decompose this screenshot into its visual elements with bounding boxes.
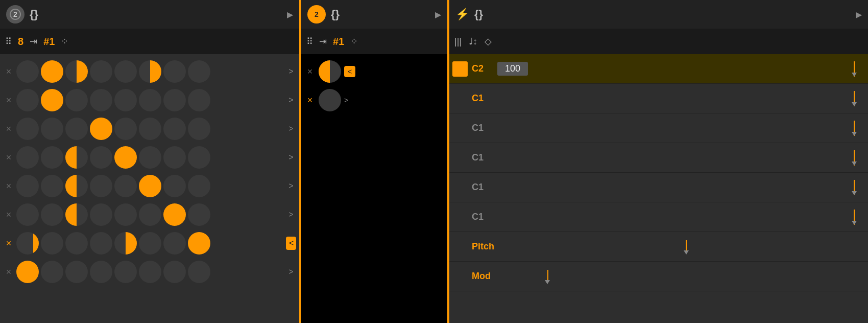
- left-dot-5-2[interactable]: [65, 203, 88, 226]
- left-dot-3-5[interactable]: [139, 146, 161, 169]
- left-row-arrow-6[interactable]: <: [286, 237, 296, 250]
- left-dot-1-7[interactable]: [188, 89, 210, 111]
- left-dot-5-1[interactable]: [41, 203, 63, 226]
- left-dot-0-6[interactable]: [163, 60, 186, 83]
- left-dot-7-0[interactable]: [16, 261, 39, 283]
- left-dot-1-2[interactable]: [65, 89, 88, 111]
- left-arrow-icon[interactable]: ⇥: [30, 36, 37, 47]
- left-row-arrow-1[interactable]: >: [286, 96, 296, 105]
- left-dot-0-5[interactable]: [139, 60, 161, 83]
- left-hash[interactable]: #1: [43, 36, 55, 48]
- right-diamond-icon[interactable]: ◇: [485, 36, 492, 47]
- right-bars-icon[interactable]: |||: [454, 36, 462, 47]
- left-dot-4-5[interactable]: [139, 175, 161, 197]
- left-row-x-5[interactable]: ×: [3, 210, 14, 220]
- left-dot-2-7[interactable]: [188, 118, 210, 140]
- left-dot-1-5[interactable]: [139, 89, 161, 111]
- left-dot-3-3[interactable]: [90, 146, 112, 169]
- right-slider-4[interactable]: [502, 180, 860, 195]
- left-dot-2-6[interactable]: [163, 118, 186, 140]
- left-row-arrow-2[interactable]: >: [286, 124, 296, 133]
- left-dot-2-1[interactable]: [41, 118, 63, 140]
- left-row-x-7[interactable]: ×: [3, 267, 14, 278]
- left-dot-2-4[interactable]: [114, 118, 137, 140]
- left-dot-3-1[interactable]: [41, 146, 63, 169]
- mid-row-x-1[interactable]: ×: [304, 95, 316, 106]
- right-slider-2[interactable]: [502, 121, 860, 136]
- right-value-0[interactable]: 100: [497, 62, 528, 76]
- left-dot-2-2[interactable]: [65, 118, 88, 140]
- left-row-arrow-7[interactable]: >: [286, 267, 296, 276]
- left-count[interactable]: 8: [18, 36, 23, 48]
- left-dot-1-6[interactable]: [163, 89, 186, 111]
- mid-row-x-0[interactable]: ×: [304, 66, 316, 77]
- left-dot-7-7[interactable]: [188, 261, 210, 283]
- left-dot-5-6[interactable]: [163, 203, 186, 226]
- left-dot-2-5[interactable]: [139, 118, 161, 140]
- left-row-x-1[interactable]: ×: [3, 95, 14, 106]
- mid-dot-1[interactable]: [319, 89, 341, 111]
- mid-braces[interactable]: {}: [331, 8, 340, 21]
- right-slider-1[interactable]: [502, 91, 860, 106]
- right-slider-5[interactable]: [502, 210, 860, 225]
- left-dot-3-2[interactable]: [65, 146, 88, 169]
- right-slider-6[interactable]: [513, 239, 860, 255]
- left-dot-4-6[interactable]: [163, 175, 186, 197]
- left-dot-0-0[interactable]: [16, 60, 39, 83]
- left-dots-icon[interactable]: ⁘: [61, 36, 68, 47]
- left-dot-3-7[interactable]: [188, 146, 210, 169]
- left-dot-6-6[interactable]: [163, 232, 186, 255]
- right-slider-3[interactable]: [502, 150, 860, 166]
- left-row-arrow-0[interactable]: >: [286, 67, 296, 76]
- left-dot-4-4[interactable]: [114, 175, 137, 197]
- left-dot-5-7[interactable]: [188, 203, 210, 226]
- mid-hash[interactable]: #1: [333, 36, 344, 48]
- left-braces[interactable]: {}: [30, 8, 38, 21]
- mid-arrow-icon[interactable]: ⇥: [319, 36, 327, 47]
- left-row-x-0[interactable]: ×: [3, 66, 14, 77]
- left-dot-0-4[interactable]: [114, 60, 137, 83]
- left-dot-4-7[interactable]: [188, 175, 210, 197]
- left-dot-7-4[interactable]: [114, 261, 137, 283]
- left-dot-3-6[interactable]: [163, 146, 186, 169]
- left-dot-7-5[interactable]: [139, 261, 161, 283]
- left-dot-5-4[interactable]: [114, 203, 137, 226]
- mid-dots-icon[interactable]: ⁘: [350, 36, 358, 47]
- left-dot-4-1[interactable]: [41, 175, 63, 197]
- left-icon-2[interactable]: 2: [6, 5, 25, 24]
- left-dot-0-1[interactable]: [41, 60, 63, 83]
- right-play[interactable]: ▶: [856, 10, 862, 19]
- left-dot-5-3[interactable]: [90, 203, 112, 226]
- left-dot-4-3[interactable]: [90, 175, 112, 197]
- left-dot-2-0[interactable]: [16, 118, 39, 140]
- left-dot-6-2[interactable]: [65, 232, 88, 255]
- left-dot-0-2[interactable]: [65, 60, 88, 83]
- left-dot-6-7[interactable]: [188, 232, 210, 255]
- mid-icon-2[interactable]: 2: [307, 5, 326, 24]
- left-dot-1-4[interactable]: [114, 89, 137, 111]
- left-row-arrow-4[interactable]: >: [286, 181, 296, 191]
- mid-arrow-0[interactable]: <: [344, 66, 355, 77]
- left-dot-7-1[interactable]: [41, 261, 63, 283]
- left-row-x-2[interactable]: ×: [3, 124, 14, 134]
- left-dot-7-2[interactable]: [65, 261, 88, 283]
- left-dot-7-6[interactable]: [163, 261, 186, 283]
- left-dot-1-1[interactable]: [41, 89, 63, 111]
- mid-arrow-1[interactable]: >: [344, 96, 348, 104]
- left-dot-5-5[interactable]: [139, 203, 161, 226]
- left-row-x-6[interactable]: ×: [3, 238, 14, 249]
- left-dot-6-3[interactable]: [90, 232, 112, 255]
- left-dot-6-1[interactable]: [41, 232, 63, 255]
- left-play[interactable]: ▶: [287, 10, 293, 19]
- right-note-icon[interactable]: ♩↕: [469, 36, 477, 47]
- left-dot-7-3[interactable]: [90, 261, 112, 283]
- left-dot-6-0[interactable]: [16, 232, 39, 255]
- left-dot-3-4[interactable]: [114, 146, 137, 169]
- left-dot-4-2[interactable]: [65, 175, 88, 197]
- left-row-x-4[interactable]: ×: [3, 181, 14, 192]
- mid-dot-0[interactable]: [319, 60, 341, 83]
- left-row-arrow-5[interactable]: >: [286, 210, 296, 219]
- left-dot-0-3[interactable]: [90, 60, 112, 83]
- left-dot-6-4[interactable]: [114, 232, 137, 255]
- mid-play[interactable]: ▶: [435, 10, 441, 19]
